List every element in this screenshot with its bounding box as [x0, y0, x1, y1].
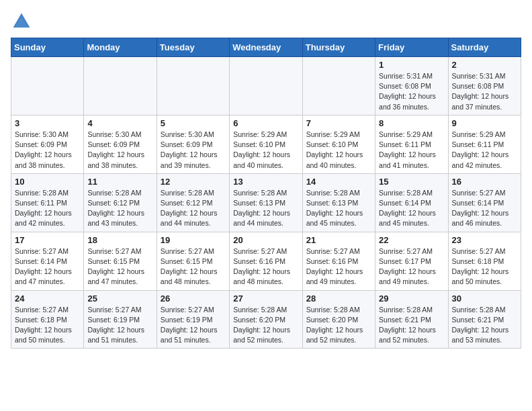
day-number: 21 — [306, 235, 371, 245]
day-info: Sunrise: 5:29 AM Sunset: 6:11 PM Dayligh… — [452, 130, 517, 171]
calendar-cell: 11Sunrise: 5:28 AM Sunset: 6:12 PM Dayli… — [84, 173, 157, 232]
day-number: 27 — [233, 293, 298, 304]
day-number: 28 — [306, 293, 371, 304]
calendar-cell: 2Sunrise: 5:31 AM Sunset: 6:08 PM Daylig… — [448, 57, 521, 116]
day-number: 10 — [15, 177, 80, 187]
day-number: 5 — [161, 118, 226, 128]
logo — [11, 11, 35, 32]
calendar-cell: 10Sunrise: 5:28 AM Sunset: 6:11 PM Dayli… — [11, 173, 84, 232]
calendar-cell: 22Sunrise: 5:27 AM Sunset: 6:17 PM Dayli… — [375, 232, 448, 290]
calendar-cell — [302, 57, 375, 116]
calendar-week-row: 1Sunrise: 5:31 AM Sunset: 6:08 PM Daylig… — [11, 57, 521, 116]
day-info: Sunrise: 5:27 AM Sunset: 6:19 PM Dayligh… — [161, 305, 226, 346]
day-info: Sunrise: 5:28 AM Sunset: 6:21 PM Dayligh… — [452, 305, 517, 346]
calendar-cell: 13Sunrise: 5:28 AM Sunset: 6:13 PM Dayli… — [230, 173, 302, 232]
day-info: Sunrise: 5:29 AM Sunset: 6:10 PM Dayligh… — [233, 130, 298, 171]
day-number: 3 — [15, 118, 80, 128]
day-number: 4 — [87, 118, 152, 128]
day-number: 13 — [233, 177, 298, 187]
weekday-header: Tuesday — [157, 38, 229, 57]
day-number: 19 — [161, 235, 226, 245]
day-info: Sunrise: 5:27 AM Sunset: 6:17 PM Dayligh… — [379, 246, 444, 287]
day-number: 30 — [452, 293, 517, 304]
calendar-table: SundayMondayTuesdayWednesdayThursdayFrid… — [11, 38, 521, 349]
day-info: Sunrise: 5:27 AM Sunset: 6:14 PM Dayligh… — [452, 188, 517, 229]
day-number: 23 — [452, 235, 517, 245]
day-number: 17 — [15, 235, 80, 245]
calendar-cell: 28Sunrise: 5:28 AM Sunset: 6:20 PM Dayli… — [302, 290, 375, 349]
day-info: Sunrise: 5:28 AM Sunset: 6:13 PM Dayligh… — [233, 188, 298, 229]
calendar-header-row: SundayMondayTuesdayWednesdayThursdayFrid… — [11, 38, 521, 57]
calendar-cell: 15Sunrise: 5:28 AM Sunset: 6:14 PM Dayli… — [375, 173, 448, 232]
day-number: 12 — [161, 177, 226, 187]
day-info: Sunrise: 5:29 AM Sunset: 6:11 PM Dayligh… — [379, 130, 444, 171]
day-info: Sunrise: 5:27 AM Sunset: 6:19 PM Dayligh… — [87, 305, 152, 346]
calendar-cell: 17Sunrise: 5:27 AM Sunset: 6:14 PM Dayli… — [11, 232, 84, 290]
day-info: Sunrise: 5:28 AM Sunset: 6:20 PM Dayligh… — [306, 305, 371, 346]
calendar-cell — [157, 57, 229, 116]
day-number: 15 — [379, 177, 444, 187]
day-number: 25 — [87, 293, 152, 304]
day-number: 2 — [452, 60, 517, 70]
day-info: Sunrise: 5:28 AM Sunset: 6:21 PM Dayligh… — [379, 305, 444, 346]
calendar-cell: 19Sunrise: 5:27 AM Sunset: 6:15 PM Dayli… — [157, 232, 229, 290]
calendar-cell: 16Sunrise: 5:27 AM Sunset: 6:14 PM Dayli… — [448, 173, 521, 232]
calendar-cell: 6Sunrise: 5:29 AM Sunset: 6:10 PM Daylig… — [230, 115, 302, 173]
calendar-cell — [230, 57, 302, 116]
calendar-cell: 1Sunrise: 5:31 AM Sunset: 6:08 PM Daylig… — [375, 57, 448, 116]
day-number: 22 — [379, 235, 444, 245]
calendar-cell: 20Sunrise: 5:27 AM Sunset: 6:16 PM Dayli… — [230, 232, 302, 290]
day-info: Sunrise: 5:27 AM Sunset: 6:15 PM Dayligh… — [87, 246, 152, 287]
day-info: Sunrise: 5:28 AM Sunset: 6:20 PM Dayligh… — [233, 305, 298, 346]
calendar-cell: 24Sunrise: 5:27 AM Sunset: 6:18 PM Dayli… — [11, 290, 84, 349]
day-info: Sunrise: 5:31 AM Sunset: 6:08 PM Dayligh… — [379, 71, 444, 112]
calendar-cell: 27Sunrise: 5:28 AM Sunset: 6:20 PM Dayli… — [230, 290, 302, 349]
weekday-header: Monday — [84, 38, 157, 57]
day-number: 8 — [379, 118, 444, 128]
day-info: Sunrise: 5:30 AM Sunset: 6:09 PM Dayligh… — [15, 130, 80, 171]
calendar-cell: 3Sunrise: 5:30 AM Sunset: 6:09 PM Daylig… — [11, 115, 84, 173]
day-info: Sunrise: 5:30 AM Sunset: 6:09 PM Dayligh… — [161, 130, 226, 171]
calendar-week-row: 10Sunrise: 5:28 AM Sunset: 6:11 PM Dayli… — [11, 173, 521, 232]
day-number: 20 — [233, 235, 298, 245]
day-number: 9 — [452, 118, 517, 128]
calendar-cell: 18Sunrise: 5:27 AM Sunset: 6:15 PM Dayli… — [84, 232, 157, 290]
day-info: Sunrise: 5:28 AM Sunset: 6:12 PM Dayligh… — [87, 188, 152, 229]
day-number: 1 — [379, 60, 444, 70]
weekday-header: Wednesday — [230, 38, 302, 57]
calendar-cell: 26Sunrise: 5:27 AM Sunset: 6:19 PM Dayli… — [157, 290, 229, 349]
day-info: Sunrise: 5:27 AM Sunset: 6:16 PM Dayligh… — [233, 246, 298, 287]
day-info: Sunrise: 5:28 AM Sunset: 6:14 PM Dayligh… — [379, 188, 444, 229]
calendar-week-row: 3Sunrise: 5:30 AM Sunset: 6:09 PM Daylig… — [11, 115, 521, 173]
weekday-header: Thursday — [302, 38, 375, 57]
day-number: 29 — [379, 293, 444, 304]
weekday-header: Saturday — [448, 38, 521, 57]
day-number: 6 — [233, 118, 298, 128]
day-number: 11 — [87, 177, 152, 187]
day-info: Sunrise: 5:27 AM Sunset: 6:18 PM Dayligh… — [15, 305, 80, 346]
calendar-cell: 21Sunrise: 5:27 AM Sunset: 6:16 PM Dayli… — [302, 232, 375, 290]
calendar-cell: 4Sunrise: 5:30 AM Sunset: 6:09 PM Daylig… — [84, 115, 157, 173]
day-info: Sunrise: 5:27 AM Sunset: 6:16 PM Dayligh… — [306, 246, 371, 287]
page-header — [11, 11, 521, 32]
logo-icon — [11, 11, 32, 32]
calendar-cell: 29Sunrise: 5:28 AM Sunset: 6:21 PM Dayli… — [375, 290, 448, 349]
day-info: Sunrise: 5:28 AM Sunset: 6:13 PM Dayligh… — [306, 188, 371, 229]
day-info: Sunrise: 5:30 AM Sunset: 6:09 PM Dayligh… — [87, 130, 152, 171]
calendar-body: 1Sunrise: 5:31 AM Sunset: 6:08 PM Daylig… — [11, 57, 521, 349]
day-number: 16 — [452, 177, 517, 187]
day-number: 26 — [161, 293, 226, 304]
calendar-cell — [84, 57, 157, 116]
day-number: 7 — [306, 118, 371, 128]
calendar-cell: 5Sunrise: 5:30 AM Sunset: 6:09 PM Daylig… — [157, 115, 229, 173]
weekday-header: Sunday — [11, 38, 84, 57]
day-info: Sunrise: 5:31 AM Sunset: 6:08 PM Dayligh… — [452, 71, 517, 112]
calendar-week-row: 17Sunrise: 5:27 AM Sunset: 6:14 PM Dayli… — [11, 232, 521, 290]
day-info: Sunrise: 5:28 AM Sunset: 6:11 PM Dayligh… — [15, 188, 80, 229]
day-info: Sunrise: 5:27 AM Sunset: 6:15 PM Dayligh… — [161, 246, 226, 287]
weekday-header: Friday — [375, 38, 448, 57]
calendar-cell: 25Sunrise: 5:27 AM Sunset: 6:19 PM Dayli… — [84, 290, 157, 349]
calendar-cell: 12Sunrise: 5:28 AM Sunset: 6:12 PM Dayli… — [157, 173, 229, 232]
calendar-cell: 30Sunrise: 5:28 AM Sunset: 6:21 PM Dayli… — [448, 290, 521, 349]
day-info: Sunrise: 5:27 AM Sunset: 6:18 PM Dayligh… — [452, 246, 517, 287]
